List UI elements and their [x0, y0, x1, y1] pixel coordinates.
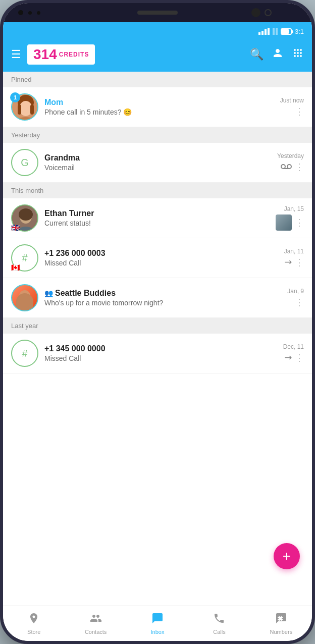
group-icon: 👥	[44, 289, 53, 297]
numbers-nav-icon	[275, 612, 287, 627]
conv-meta-grandma: Yesterday ⋮	[277, 152, 304, 173]
conv-time-grandma: Yesterday	[277, 152, 304, 159]
conv-time-ethan: Jan, 15	[284, 205, 304, 212]
more-icon-phone2[interactable]: ⋮	[295, 352, 304, 363]
bottom-navigation: Store Contacts Inbox	[3, 606, 312, 641]
nav-item-contacts[interactable]: Contacts	[65, 606, 126, 641]
nav-item-inbox[interactable]: Inbox	[127, 606, 188, 641]
conv-content-seattle: 👥 Seattle Buddies Who's up for a movie t…	[44, 289, 283, 307]
conv-time-phone2: Dec, 11	[283, 343, 304, 350]
nav-label-inbox: Inbox	[151, 629, 165, 635]
conv-name-mom: Mom	[44, 98, 276, 107]
avatar-phone2: #	[11, 340, 38, 367]
svg-point-6	[294, 55, 296, 57]
conv-content-phone2: +1 345 000 0000 Missed Call	[44, 344, 279, 362]
conversation-item-seattle[interactable]: 👥 Seattle Buddies Who's up for a movie t…	[3, 278, 312, 318]
conv-content-grandma: Grandma Voicemail	[44, 153, 273, 172]
svg-point-5	[300, 52, 302, 54]
avatar-wrap-mom: 1	[11, 93, 38, 121]
conv-meta-phone1: Jan, 11 ↙ ⋮	[284, 248, 304, 268]
conversation-item-phone2[interactable]: # +1 345 000 0000 Missed Call Dec, 11 ↙ …	[3, 334, 312, 373]
conv-actions-grandma: ⋮	[281, 162, 304, 173]
camera-dot3	[37, 11, 40, 15]
avatar-wrap-phone2: #	[11, 340, 38, 367]
signal-bar-4	[268, 28, 270, 35]
conv-name-seattle: 👥 Seattle Buddies	[44, 289, 283, 298]
avatar-seattle	[11, 284, 38, 311]
search-icon[interactable]: 🔍	[250, 48, 264, 61]
network-bar-1	[273, 28, 275, 35]
credits-number: 314	[33, 47, 57, 62]
signal-bar-3	[265, 29, 267, 35]
conv-name-ethan: Ethan Turner	[44, 209, 272, 218]
svg-point-1	[297, 49, 299, 51]
avatar-wrap-grandma: G	[11, 149, 38, 176]
nav-label-contacts: Contacts	[85, 629, 107, 635]
credits-box[interactable]: 314 CREDITS	[27, 44, 95, 65]
svg-point-16	[287, 165, 291, 169]
section-last-year: Last year	[3, 318, 312, 334]
conv-actions-phone1: ↙ ⋮	[284, 257, 304, 268]
contacts-icon[interactable]	[272, 47, 284, 62]
avatar-wrap-ethan: 🇬🇧	[11, 204, 38, 232]
conv-name-phone2: +1 345 000 0000	[44, 344, 279, 353]
svg-point-4	[297, 52, 299, 54]
more-icon-mom[interactable]: ⋮	[295, 106, 304, 117]
conv-message-seattle: Who's up for a movie tomorrow night?	[44, 299, 283, 307]
conversation-item-grandma[interactable]: G Grandma Voicemail Yesterday	[3, 143, 312, 183]
conv-name-grandma: Grandma	[44, 153, 273, 163]
nav-item-calls[interactable]: Calls	[188, 606, 250, 641]
conv-name-phone1: +1 236 000 0003	[44, 249, 280, 258]
fab-plus-icon: +	[283, 548, 291, 564]
nav-label-numbers: Numbers	[270, 629, 293, 635]
store-icon	[28, 612, 40, 627]
contacts-nav-icon	[90, 612, 102, 627]
conversation-item-phone1[interactable]: # 🇨🇦 +1 236 000 0003 Missed Call Jan, 11…	[3, 238, 312, 278]
missed-call-icon-phone2: ↙	[281, 351, 294, 364]
svg-rect-12	[18, 104, 21, 115]
camera-dot2	[28, 11, 32, 15]
header-actions: 🔍	[250, 47, 304, 62]
phone-top-bar	[3, 3, 312, 22]
camera-lens	[265, 9, 272, 16]
menu-icon[interactable]: ☰	[11, 48, 21, 61]
nav-item-store[interactable]: Store	[3, 606, 65, 641]
conv-message-grandma: Voicemail	[44, 164, 273, 172]
conv-meta-seattle: Jan, 9 ⋮	[287, 288, 304, 308]
nav-label-store: Store	[27, 629, 40, 635]
nav-item-numbers[interactable]: Numbers	[250, 606, 312, 641]
conversation-item-mom[interactable]: 1	[3, 87, 312, 127]
avatar-grandma: G	[11, 149, 38, 176]
svg-point-2	[300, 49, 302, 51]
app-header: ☰ 314 CREDITS 🔍	[3, 40, 312, 72]
conv-time-phone1: Jan, 11	[284, 248, 304, 255]
more-icon-phone1[interactable]: ⋮	[295, 257, 304, 268]
camera-dot	[18, 10, 23, 15]
conversation-list: Pinned 1	[3, 72, 312, 606]
conversation-item-ethan[interactable]: 🇬🇧 Ethan Turner Current status! Jan, 15 …	[3, 198, 312, 238]
svg-point-7	[297, 55, 299, 57]
more-icon-seattle[interactable]: ⋮	[295, 297, 304, 308]
network-bar-2	[276, 28, 278, 35]
conv-actions-ethan: ⋮	[276, 214, 304, 231]
conv-actions-seattle: ⋮	[295, 297, 304, 308]
credits-label: CREDITS	[59, 51, 89, 58]
more-icon-ethan[interactable]: ⋮	[295, 217, 304, 228]
conv-meta-ethan: Jan, 15 ⋮	[276, 205, 304, 231]
more-icon-grandma[interactable]: ⋮	[295, 162, 304, 173]
status-time: 3:1	[295, 28, 304, 35]
svg-point-15	[281, 165, 285, 169]
conv-content-ethan: Ethan Turner Current status!	[44, 209, 272, 227]
conv-time-seattle: Jan, 9	[287, 288, 304, 295]
dialpad-icon[interactable]	[292, 47, 304, 62]
speaker	[137, 11, 178, 15]
calls-nav-icon	[213, 612, 225, 627]
conv-message-phone1: Missed Call	[44, 259, 280, 267]
avatar-wrap-seattle	[11, 284, 38, 311]
flag-canada: 🇨🇦	[11, 263, 20, 272]
conv-content-phone1: +1 236 000 0003 Missed Call	[44, 249, 280, 267]
svg-rect-13	[30, 104, 34, 115]
voicemail-icon	[281, 162, 292, 173]
new-conversation-fab[interactable]: +	[274, 543, 300, 569]
signal-icon	[258, 28, 270, 35]
